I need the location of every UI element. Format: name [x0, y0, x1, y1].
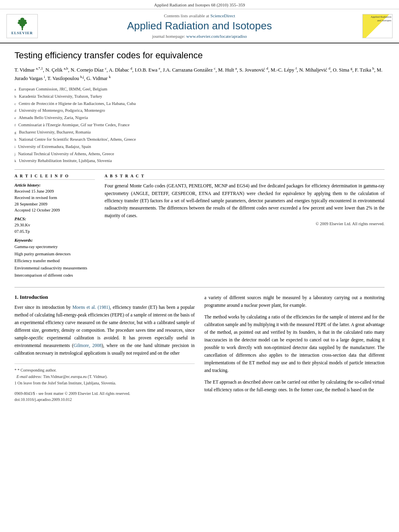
abstract-col: A B S T R A C T Four general Monte Carlo… — [105, 174, 385, 279]
section1-right-text: a variety of different sources might be … — [204, 294, 385, 309]
corresponding-label: * Corresponding author. — [18, 368, 57, 372]
affil-e-text: Ahmadu Bello University, Zaria, Nigeria — [19, 114, 88, 121]
affil-c: c Centro de Protección e Higiene de las … — [14, 100, 385, 107]
affil-a-text: European Commission, JRC, IRMM, Geel, Be… — [19, 86, 107, 93]
article-info-label: A R T I C L E I N F O — [14, 174, 95, 180]
svg-point-6 — [24, 22, 27, 24]
sciencedirect-line: Contents lists available at ScienceDirec… — [43, 13, 356, 18]
affil-j-text: National Technical University of Athens,… — [18, 150, 114, 158]
journal-cover-thumbnail: Applied Radiationand Isotopes — [362, 14, 393, 38]
body-section: 1. Introduction Ever since its introduct… — [14, 287, 385, 402]
cover-text: Applied Radiationand Isotopes — [370, 15, 391, 23]
revised-date: 28 September 2009 — [14, 201, 95, 207]
email-line: E-mail address: Tim.Vidmar@ec.europa.eu … — [14, 374, 195, 380]
info-abstract-columns: A R T I C L E I N F O Article history: R… — [14, 174, 385, 279]
accepted-date: Accepted 12 October 2009 — [14, 207, 95, 214]
affil-c-text: Centro de Protección e Higiene de las Ra… — [19, 100, 136, 107]
homepage-link[interactable]: www.elsevier.com/locate/apradiso — [186, 34, 247, 39]
keywords-label: Keywords: — [14, 238, 95, 242]
authors-line: T. Vidmar a,*,1, N. Çelik a,b, N. Cornej… — [14, 66, 385, 82]
footnote1: 1 On leave from the Jožef Stefan Institu… — [14, 380, 195, 386]
affil-i-text: University of Extremadura, Badajoz, Spai… — [18, 143, 91, 150]
article-divider — [14, 169, 385, 170]
pacs-value-1: 29.30.Kv — [14, 222, 95, 228]
affil-a: a European Commission, JRC, IRMM, Geel, … — [14, 86, 385, 93]
journal-header: ELSEVIER Contents lists available at Sci… — [0, 9, 399, 43]
doi-footer: doi:10.1016/j.apradiso.2009.10.012 — [14, 397, 195, 402]
keyword-5: Intercomparison of different codes — [14, 272, 95, 279]
moens-ref-link[interactable]: Moens et al. (1981) — [72, 305, 110, 310]
affil-f-text: Commissariat à l'Energie Atomique, Gif s… — [18, 121, 130, 129]
elsevier-logo: ELSEVIER — [6, 14, 43, 38]
section1-right-para3: The ET approach as described above can b… — [204, 378, 385, 394]
body-columns: 1. Introduction Ever since its introduct… — [14, 294, 385, 402]
elsevier-box: ELSEVIER — [6, 14, 38, 38]
elsevier-tree-icon — [14, 17, 30, 30]
keyword-3: Efficiency transfer method — [14, 257, 95, 265]
author-email[interactable]: Tim.Vidmar@ec.europa.eu (T. Vidmar). — [43, 374, 107, 379]
abstract-text: Four general Monte Carlo codes (GEANT3, … — [105, 182, 385, 219]
article-title: Testing efficiency transfer codes for eq… — [14, 50, 385, 62]
keyword-1: Gamma-ray spectrometry — [14, 243, 95, 251]
affil-h: h National Centre for Scientific Researc… — [14, 136, 385, 143]
affil-g-text: Bucharest University, Bucharest, Romania — [19, 129, 91, 136]
section1-right-para2: The method works by calculating a ratio … — [204, 313, 385, 374]
section1-heading: 1. Introduction — [14, 294, 195, 300]
usually-text: usually — [111, 351, 125, 355]
homepage-line: journal homepage: www.elsevier.com/locat… — [43, 34, 356, 39]
keyword-4: Environmental radioactivity measurements — [14, 265, 95, 272]
abstract-label: A B S T R A C T — [105, 174, 385, 180]
pacs-value-2: 07.05.Tp — [14, 228, 95, 235]
journal-title: Applied Radiation and Isotopes — [43, 20, 356, 32]
keyword-2: High purity germanium detectors — [14, 251, 95, 258]
body-col-left: 1. Introduction Ever since its introduct… — [14, 294, 195, 402]
affil-k: k University Rehabilitation Institute, L… — [14, 157, 385, 164]
journal-logo-right: Applied Radiationand Isotopes — [356, 14, 393, 38]
affil-b-text: Karadeniz Technical University, Trabzon,… — [19, 93, 102, 100]
affil-b: b Karadeniz Technical University, Trabzo… — [14, 93, 385, 100]
affil-d: d University of Montenegro, Podgorica, M… — [14, 107, 385, 114]
page-wrapper: Applied Radiation and Isotopes 68 (2010)… — [0, 0, 399, 532]
affil-d-text: University of Montenegro, Podgorica, Mon… — [19, 107, 105, 114]
affil-j: j National Technical University of Athen… — [14, 150, 385, 158]
corresponding-author-note: * * Corresponding author. — [14, 367, 195, 374]
contents-label: Contents lists available at — [164, 13, 209, 18]
svg-point-5 — [18, 22, 21, 24]
article-footer: * * Corresponding author. E-mail address… — [14, 364, 195, 402]
svg-point-7 — [19, 20, 21, 22]
email-label: E-mail address: — [16, 374, 42, 379]
pacs-label: PACS: — [14, 217, 95, 221]
article-content: Testing efficiency transfer codes for eq… — [0, 43, 399, 410]
affil-k-text: University Rehabilitation Institute, Lju… — [19, 157, 112, 164]
received-date: Received 15 June 2009 — [14, 188, 95, 195]
svg-point-8 — [24, 20, 27, 22]
journal-citation: Applied Radiation and Isotopes 68 (2010)… — [154, 2, 245, 7]
svg-rect-0 — [22, 28, 23, 30]
history-label: Article history: — [14, 183, 95, 187]
gilmore-ref-link[interactable]: Gilmore, 2008 — [74, 343, 102, 348]
affil-i: i University of Extremadura, Badajoz, Sp… — [14, 143, 385, 150]
top-bar: Applied Radiation and Isotopes 68 (2010)… — [0, 0, 399, 9]
elsevier-wordmark: ELSEVIER — [11, 31, 33, 35]
affil-g: g Bucharest University, Bucharest, Roman… — [14, 129, 385, 136]
journal-center-info: Contents lists available at ScienceDirec… — [43, 13, 356, 39]
sciencedirect-link[interactable]: ScienceDirect — [210, 13, 235, 18]
abstract-copyright: © 2009 Elsevier Ltd. All rights reserved… — [105, 222, 385, 226]
affiliations-block: a European Commission, JRC, IRMM, Geel, … — [14, 86, 385, 164]
copyright-footer: 0969-8043/$ - see front matter © 2009 El… — [14, 391, 195, 396]
affil-h-text: National Centre for Scientific Research … — [19, 136, 136, 143]
affil-f: f Commissariat à l'Energie Atomique, Gif… — [14, 121, 385, 129]
revised-label: Received in revised form — [14, 195, 95, 201]
homepage-label: journal homepage: — [152, 34, 185, 39]
affil-e: e Ahmadu Bello University, Zaria, Nigeri… — [14, 114, 385, 121]
section1-left-text: Ever since its introduction by Moens et … — [14, 304, 195, 357]
article-info-col: A R T I C L E I N F O Article history: R… — [14, 174, 95, 279]
body-col-right: a variety of different sources might be … — [204, 294, 385, 402]
